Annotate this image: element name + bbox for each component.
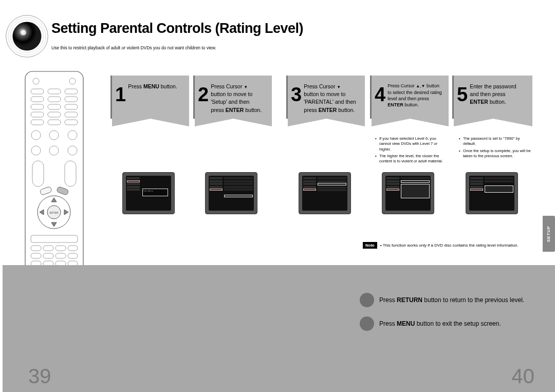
step-5: 5 Enter the passwordand then pressENTER … bbox=[452, 76, 532, 119]
footer-text: Press RETURN button to return to the pre… bbox=[379, 296, 524, 304]
tv-screenshot-3 bbox=[299, 172, 351, 214]
step-2: 2 Press Cursor ▼button to move to'Setup'… bbox=[193, 76, 272, 119]
note-item: The password is set to "7890" by default… bbox=[459, 136, 533, 147]
step-number: 4 bbox=[375, 85, 385, 104]
step-1: 1 Press MENU button. bbox=[110, 76, 189, 119]
page-title: Setting Parental Controls (Rating Level) bbox=[51, 21, 303, 36]
tv-screenshot-2 bbox=[205, 172, 257, 214]
note-label: Note bbox=[363, 242, 377, 249]
step-4-notes: If you have selected Level 6, you cannot… bbox=[375, 136, 445, 165]
tv-screenshot-4 bbox=[382, 172, 434, 214]
footer-line-menu: Press MENU button to exit the setup scre… bbox=[360, 316, 501, 331]
step-text: Press Cursor ▲,▼ buttonto select the des… bbox=[387, 83, 442, 108]
step-5-notes: The password is set to "7890" by default… bbox=[459, 136, 533, 160]
step-text: Press Cursor ▼button to move to'PARENTAL… bbox=[304, 83, 356, 114]
footer-text: Press MENU button to exit the setup scre… bbox=[379, 320, 501, 327]
page-subtitle: Use this to restrict playback of adult o… bbox=[51, 45, 216, 50]
page-number-right: 40 bbox=[512, 365, 535, 388]
note-item: If you have selected Level 6, you cannot… bbox=[375, 136, 445, 152]
note-item: The higher the level, the closer the con… bbox=[375, 154, 445, 164]
svg-point-4 bbox=[21, 30, 26, 35]
svg-point-3 bbox=[12, 22, 41, 50]
footer-line-return: Press RETURN button to return to the pre… bbox=[360, 293, 524, 307]
circle-icon bbox=[360, 316, 374, 331]
svg-rect-5 bbox=[25, 71, 83, 296]
step-number: 2 bbox=[198, 85, 209, 104]
tv-screenshot-1: Disc Menu bbox=[122, 172, 175, 214]
side-tab-setup: SETUP bbox=[543, 216, 555, 252]
tv-screenshot-5 bbox=[466, 172, 518, 214]
step-text: Enter the passwordand then pressENTER bu… bbox=[470, 83, 516, 106]
note-item: Once the setup is complete, you will be … bbox=[459, 148, 533, 159]
step-4: 4 Press Cursor ▲,▼ buttonto select the d… bbox=[370, 76, 449, 119]
note-box: Note This function works only if a DVD d… bbox=[363, 242, 519, 249]
step-number: 5 bbox=[457, 85, 468, 104]
circle-icon bbox=[360, 293, 374, 307]
page-number-left: 39 bbox=[28, 365, 51, 388]
step-text: Press MENU button. bbox=[128, 83, 177, 90]
step-3: 3 Press Cursor ▼button to move to'PARENT… bbox=[286, 76, 365, 119]
step-number: 1 bbox=[115, 85, 126, 104]
svg-text:ENTER: ENTER bbox=[50, 211, 59, 214]
note-text: This function works only if a DVD disc c… bbox=[380, 243, 519, 248]
step-number: 3 bbox=[291, 85, 302, 104]
step-text: Press Cursor ▼button to move to'Setup' a… bbox=[211, 83, 262, 114]
speaker-icon bbox=[5, 14, 49, 58]
